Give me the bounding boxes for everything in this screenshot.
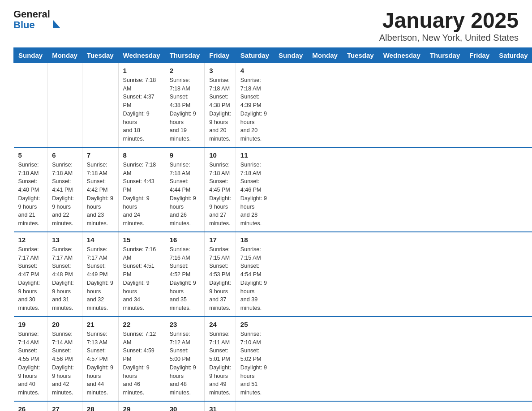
calendar-day-header: Wednesday <box>378 47 425 63</box>
day-number: 23 <box>170 321 200 328</box>
calendar-cell: 31Sunrise: 7:05 AM Sunset: 5:10 PM Dayli… <box>205 401 236 411</box>
calendar-day-header: Sunday <box>274 47 308 63</box>
day-info: Sunrise: 7:12 AM Sunset: 4:59 PM Dayligh… <box>123 330 160 397</box>
calendar-day-header: Sunday <box>14 47 47 63</box>
page-title: January 2025 <box>379 9 519 33</box>
calendar-week-row: 12Sunrise: 7:17 AM Sunset: 4:47 PM Dayli… <box>14 232 532 317</box>
day-number: 26 <box>18 405 43 411</box>
day-number: 2 <box>170 67 200 74</box>
day-number: 17 <box>209 236 231 244</box>
day-number: 13 <box>52 236 77 244</box>
calendar-week-row: 1Sunrise: 7:18 AM Sunset: 4:37 PM Daylig… <box>14 63 532 147</box>
calendar-cell: 1Sunrise: 7:18 AM Sunset: 4:37 PM Daylig… <box>118 63 165 147</box>
day-info: Sunrise: 7:18 AM Sunset: 4:38 PM Dayligh… <box>170 76 200 143</box>
calendar-cell: 9Sunrise: 7:18 AM Sunset: 4:44 PM Daylig… <box>165 147 205 232</box>
calendar-cell: 25Sunrise: 7:10 AM Sunset: 5:02 PM Dayli… <box>236 317 274 401</box>
day-number: 14 <box>87 236 114 244</box>
day-info: Sunrise: 7:18 AM Sunset: 4:40 PM Dayligh… <box>18 161 43 228</box>
calendar-cell: 15Sunrise: 7:16 AM Sunset: 4:51 PM Dayli… <box>118 232 165 317</box>
calendar-cell: 27Sunrise: 7:09 AM Sunset: 5:05 PM Dayli… <box>47 401 82 411</box>
day-number: 15 <box>123 236 160 244</box>
calendar-day-header: Friday <box>465 47 494 63</box>
day-number: 22 <box>123 321 160 328</box>
calendar-cell: 14Sunrise: 7:17 AM Sunset: 4:49 PM Dayli… <box>82 232 118 317</box>
calendar-day-header: Saturday <box>236 47 274 63</box>
day-info: Sunrise: 7:14 AM Sunset: 4:55 PM Dayligh… <box>18 330 43 397</box>
calendar-cell: 20Sunrise: 7:14 AM Sunset: 4:56 PM Dayli… <box>47 317 82 401</box>
day-info: Sunrise: 7:12 AM Sunset: 5:00 PM Dayligh… <box>170 330 200 397</box>
day-info: Sunrise: 7:18 AM Sunset: 4:46 PM Dayligh… <box>240 161 270 228</box>
calendar-cell: 11Sunrise: 7:18 AM Sunset: 4:46 PM Dayli… <box>236 147 274 232</box>
day-number: 24 <box>209 321 231 328</box>
day-number: 1 <box>123 67 160 74</box>
calendar-cell: 12Sunrise: 7:17 AM Sunset: 4:47 PM Dayli… <box>14 232 47 317</box>
day-number: 10 <box>209 151 231 159</box>
day-number: 3 <box>209 67 231 74</box>
day-info: Sunrise: 7:18 AM Sunset: 4:45 PM Dayligh… <box>209 161 231 228</box>
calendar-cell: 18Sunrise: 7:15 AM Sunset: 4:54 PM Dayli… <box>236 232 274 317</box>
day-info: Sunrise: 7:18 AM Sunset: 4:43 PM Dayligh… <box>123 161 160 228</box>
day-number: 29 <box>123 405 160 411</box>
calendar-cell: 4Sunrise: 7:18 AM Sunset: 4:39 PM Daylig… <box>236 63 274 147</box>
calendar-cell: 19Sunrise: 7:14 AM Sunset: 4:55 PM Dayli… <box>14 317 47 401</box>
calendar-cell: 3Sunrise: 7:18 AM Sunset: 4:38 PM Daylig… <box>205 63 236 147</box>
day-number: 31 <box>209 405 231 411</box>
day-info: Sunrise: 7:17 AM Sunset: 4:47 PM Dayligh… <box>18 245 43 313</box>
calendar-cell: 24Sunrise: 7:11 AM Sunset: 5:01 PM Dayli… <box>205 317 236 401</box>
day-info: Sunrise: 7:11 AM Sunset: 5:01 PM Dayligh… <box>209 330 231 397</box>
calendar-cell: 29Sunrise: 7:07 AM Sunset: 5:07 PM Dayli… <box>118 401 165 411</box>
calendar-cell: 10Sunrise: 7:18 AM Sunset: 4:45 PM Dayli… <box>205 147 236 232</box>
calendar-day-header: Thursday <box>165 47 205 63</box>
calendar-cell <box>47 63 82 147</box>
logo-blue: Blue <box>13 20 50 30</box>
logo-arrow-icon <box>53 20 60 28</box>
calendar-day-header: Saturday <box>494 47 532 63</box>
day-number: 4 <box>240 67 270 74</box>
day-info: Sunrise: 7:17 AM Sunset: 4:48 PM Dayligh… <box>52 245 77 313</box>
logo-general: General <box>13 9 50 20</box>
day-number: 11 <box>240 151 270 159</box>
day-number: 19 <box>18 321 43 328</box>
day-info: Sunrise: 7:18 AM Sunset: 4:41 PM Dayligh… <box>52 161 77 228</box>
calendar-cell: 6Sunrise: 7:18 AM Sunset: 4:41 PM Daylig… <box>47 147 82 232</box>
calendar-cell: 5Sunrise: 7:18 AM Sunset: 4:40 PM Daylig… <box>14 147 47 232</box>
day-number: 6 <box>52 151 77 159</box>
calendar-cell: 8Sunrise: 7:18 AM Sunset: 4:43 PM Daylig… <box>118 147 165 232</box>
day-info: Sunrise: 7:18 AM Sunset: 4:42 PM Dayligh… <box>87 161 114 228</box>
page-subtitle: Albertson, New York, United States <box>379 33 519 43</box>
page-header: General Blue January 2025 Albertson, New… <box>13 9 519 43</box>
calendar-cell: 16Sunrise: 7:16 AM Sunset: 4:52 PM Dayli… <box>165 232 205 317</box>
calendar-cell <box>14 63 47 147</box>
calendar-cell: 21Sunrise: 7:13 AM Sunset: 4:57 PM Dayli… <box>82 317 118 401</box>
calendar-cell <box>82 63 118 147</box>
day-number: 21 <box>87 321 114 328</box>
calendar-table: SundayMondayTuesdayWednesdayThursdayFrid… <box>13 47 532 411</box>
day-number: 27 <box>52 405 77 411</box>
calendar-cell <box>236 401 274 411</box>
day-number: 9 <box>170 151 200 159</box>
calendar-day-header: Tuesday <box>82 47 118 63</box>
calendar-cell: 2Sunrise: 7:18 AM Sunset: 4:38 PM Daylig… <box>165 63 205 147</box>
title-block: January 2025 Albertson, New York, United… <box>379 9 519 43</box>
calendar-cell: 30Sunrise: 7:06 AM Sunset: 5:08 PM Dayli… <box>165 401 205 411</box>
day-info: Sunrise: 7:16 AM Sunset: 4:51 PM Dayligh… <box>123 245 160 313</box>
calendar-day-header: Tuesday <box>342 47 378 63</box>
calendar-cell: 22Sunrise: 7:12 AM Sunset: 4:59 PM Dayli… <box>118 317 165 401</box>
calendar-week-row: 5Sunrise: 7:18 AM Sunset: 4:40 PM Daylig… <box>14 147 532 232</box>
calendar-day-header: Thursday <box>425 47 465 63</box>
day-number: 7 <box>87 151 114 159</box>
calendar-cell: 28Sunrise: 7:08 AM Sunset: 5:06 PM Dayli… <box>82 401 118 411</box>
day-info: Sunrise: 7:15 AM Sunset: 4:54 PM Dayligh… <box>240 245 270 313</box>
calendar-cell: 7Sunrise: 7:18 AM Sunset: 4:42 PM Daylig… <box>82 147 118 232</box>
calendar-cell: 23Sunrise: 7:12 AM Sunset: 5:00 PM Dayli… <box>165 317 205 401</box>
calendar-day-header: Wednesday <box>118 47 165 63</box>
day-number: 5 <box>18 151 43 159</box>
day-info: Sunrise: 7:17 AM Sunset: 4:49 PM Dayligh… <box>87 245 114 313</box>
day-info: Sunrise: 7:18 AM Sunset: 4:44 PM Dayligh… <box>170 161 200 228</box>
day-number: 16 <box>170 236 200 244</box>
day-info: Sunrise: 7:18 AM Sunset: 4:37 PM Dayligh… <box>123 76 160 143</box>
calendar-day-header: Monday <box>308 47 343 63</box>
day-info: Sunrise: 7:14 AM Sunset: 4:56 PM Dayligh… <box>52 330 77 397</box>
day-number: 28 <box>87 405 114 411</box>
day-number: 25 <box>240 321 270 328</box>
